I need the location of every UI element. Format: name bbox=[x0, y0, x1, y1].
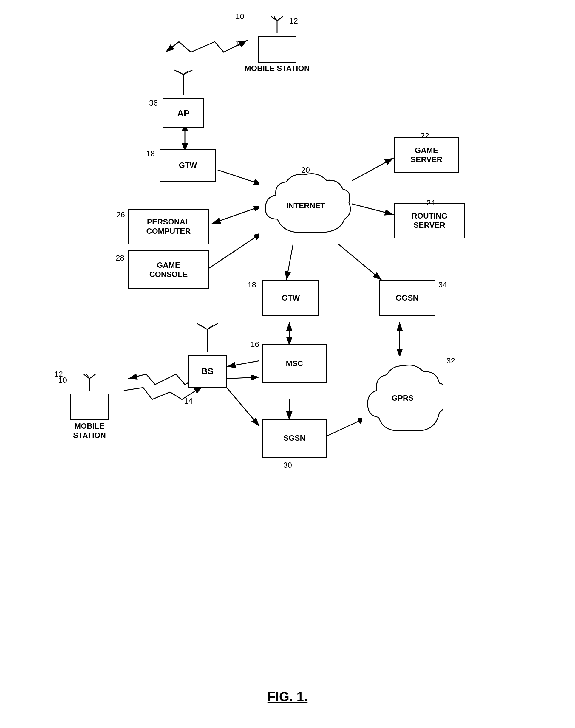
svg-line-34 bbox=[90, 374, 95, 379]
mobile-station-bottom-box bbox=[70, 393, 109, 420]
ap-tower-icon bbox=[171, 69, 195, 98]
gprs-label: GPRS bbox=[392, 393, 414, 403]
mobile-station-top: MOBILE STATION 10 bbox=[244, 15, 310, 73]
internet-label: INTERNET bbox=[286, 201, 325, 210]
mobile-station-top-label: MOBILE STATION bbox=[244, 64, 310, 73]
ref-36: 36 bbox=[149, 98, 158, 108]
ref-24: 24 bbox=[427, 198, 435, 207]
svg-line-30 bbox=[200, 325, 207, 330]
svg-line-17 bbox=[322, 417, 367, 438]
gtw-bottom-box: GTW bbox=[263, 280, 319, 316]
mobile-station-bottom: MOBILESTATION bbox=[70, 373, 109, 440]
ref-20: 20 bbox=[301, 166, 310, 175]
ref-10-top-num: 10 bbox=[236, 39, 244, 48]
svg-line-4 bbox=[218, 170, 263, 185]
ref-22: 22 bbox=[420, 131, 429, 140]
personal-computer-box: PERSONAL COMPUTER bbox=[128, 209, 209, 244]
bs-box: BS bbox=[188, 355, 227, 387]
svg-line-25 bbox=[177, 71, 183, 74]
ref-30: 30 bbox=[283, 460, 292, 470]
svg-line-6 bbox=[347, 203, 394, 215]
svg-line-16 bbox=[227, 387, 260, 426]
game-server-box: GAME SERVER bbox=[394, 137, 459, 173]
ref-18-bottom: 18 bbox=[247, 280, 256, 289]
figure-title: FIG. 1. bbox=[0, 689, 575, 704]
ref-28: 28 bbox=[116, 253, 124, 263]
gtw-top-box: GTW bbox=[160, 149, 216, 182]
ggsn-box: GGSN bbox=[379, 280, 435, 316]
msc-box: MSC bbox=[263, 344, 327, 383]
ref-12-bottom: 12 bbox=[54, 370, 63, 379]
svg-line-8 bbox=[209, 233, 263, 268]
gprs-cloud: GPRS bbox=[362, 356, 443, 440]
diagram: MOBILE STATION 10 10 12 AP 36 GTW 18 INT… bbox=[0, 0, 575, 728]
ref-34: 34 bbox=[438, 280, 447, 289]
ref-16: 16 bbox=[250, 340, 259, 349]
ref-18-top: 18 bbox=[146, 149, 155, 158]
svg-line-31 bbox=[207, 325, 213, 330]
ref-14: 14 bbox=[184, 396, 193, 406]
svg-line-13 bbox=[227, 361, 260, 367]
bs-tower-icon bbox=[194, 322, 221, 355]
game-console-box: GAME CONSOLE bbox=[128, 250, 209, 289]
mobile-station-bottom-label: MOBILESTATION bbox=[73, 421, 106, 440]
ref-10-top: 10 bbox=[236, 12, 244, 21]
bs-node: BS bbox=[188, 322, 227, 387]
mobile-station-top-box bbox=[258, 36, 297, 63]
svg-line-7 bbox=[212, 206, 263, 223]
svg-line-14 bbox=[227, 377, 260, 379]
antenna-bottom-icon bbox=[80, 373, 98, 393]
svg-line-20 bbox=[277, 16, 283, 21]
ref-12-top: 12 bbox=[289, 16, 298, 26]
ap-node: AP bbox=[163, 69, 204, 128]
antenna-top-icon bbox=[268, 15, 286, 36]
sgsn-box: SGSN bbox=[263, 419, 327, 458]
routing-server-box: ROUTING SERVER bbox=[394, 203, 465, 239]
ap-box: AP bbox=[163, 98, 204, 128]
ref-26: 26 bbox=[116, 210, 125, 219]
ref-32: 32 bbox=[446, 356, 455, 366]
internet-cloud: INTERNET bbox=[260, 167, 352, 244]
